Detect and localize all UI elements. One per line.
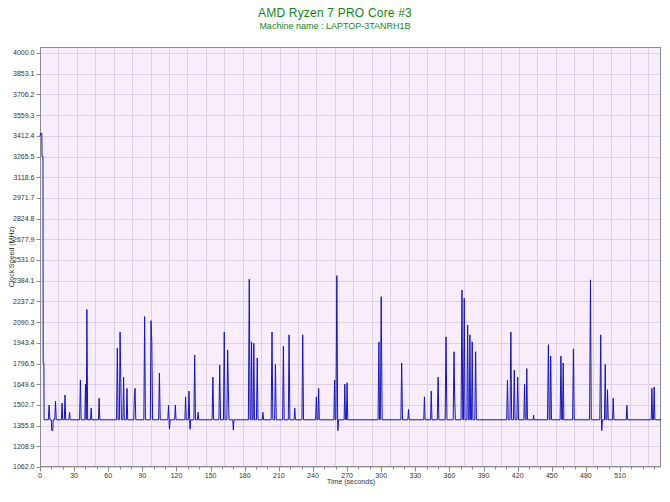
y-tick-label: 2531.0: [13, 256, 35, 263]
y-tick-label: 2971.7: [13, 194, 35, 201]
x-tick-label: 60: [104, 472, 112, 479]
x-tick-label: 210: [273, 472, 285, 479]
y-tick-label: 3853.1: [13, 70, 35, 77]
y-tick-label: 2677.9: [13, 236, 35, 243]
y-tick-label: 1943.4: [13, 339, 35, 346]
x-tick-label: 480: [580, 472, 592, 479]
clock-speed-monitor-window: AMD Ryzen 7 PRO Core #3 Machine name : L…: [0, 0, 670, 502]
y-tick-label: 1062.0: [13, 463, 35, 470]
y-tick-label: 3559.3: [13, 112, 35, 119]
y-tick-label: 3412.4: [13, 132, 35, 139]
x-tick-label: 150: [205, 472, 217, 479]
x-tick-label: 510: [614, 472, 626, 479]
x-tick-label: 270: [341, 472, 353, 479]
y-tick-label: 1796.5: [13, 360, 35, 367]
y-tick-label: 3118.6: [14, 174, 35, 181]
x-tick-label: 90: [138, 472, 146, 479]
x-tick-label: 120: [171, 472, 183, 479]
y-tick-label: 2384.1: [13, 277, 35, 284]
x-tick-label: 420: [512, 472, 524, 479]
y-tick-label: 2237.2: [13, 298, 35, 305]
y-tick-label: 1355.8: [13, 422, 35, 429]
y-tick-label: 3265.5: [13, 153, 35, 160]
plot-area: 4000.03853.13706.23559.33412.43265.53118…: [0, 0, 670, 502]
x-tick-label: 30: [70, 472, 78, 479]
x-tick-label: 300: [375, 472, 387, 479]
x-tick-label: 360: [444, 472, 456, 479]
x-tick-label: 240: [307, 472, 319, 479]
y-tick-label: 1502.7: [13, 401, 35, 408]
y-tick-label: 2824.8: [13, 215, 35, 222]
y-tick-label: 4000.0: [13, 49, 35, 56]
y-tick-label: 3706.2: [13, 91, 35, 98]
y-tick-label: 1208.9: [13, 443, 35, 450]
y-tick-label: 1649.6: [13, 381, 35, 388]
x-tick-label: 0: [38, 472, 42, 479]
x-tick-label: 330: [409, 472, 421, 479]
x-tick-label: 450: [546, 472, 558, 479]
x-tick-label: 390: [478, 472, 490, 479]
y-tick-label: 2090.3: [13, 319, 35, 326]
plot-background: [40, 47, 661, 467]
x-tick-label: 180: [239, 472, 251, 479]
